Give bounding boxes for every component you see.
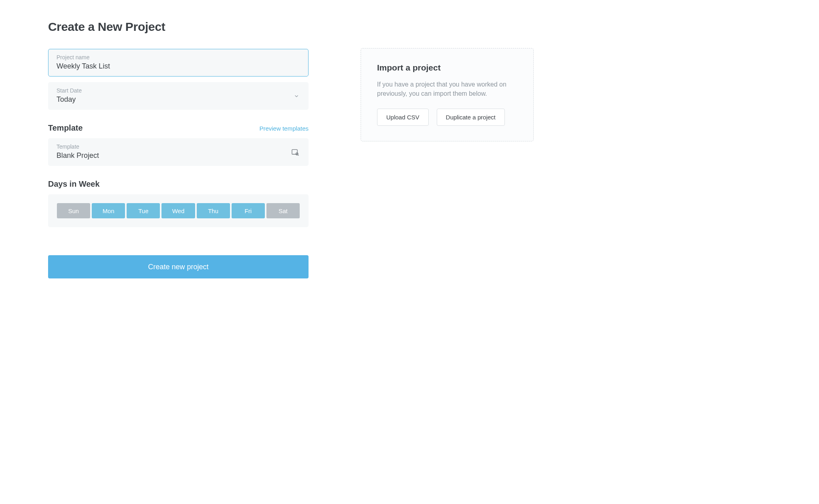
day-toggle-sat[interactable]: Sat (266, 203, 300, 218)
days-selector: SunMonTueWedThuFriSat (48, 194, 309, 227)
svg-point-1 (296, 153, 298, 155)
project-name-field[interactable]: Project name (48, 49, 309, 77)
import-panel-column: Import a project If you have a project t… (361, 48, 534, 278)
days-section-title: Days in Week (48, 179, 100, 189)
template-section-header: Template Preview templates (48, 123, 309, 133)
svg-rect-0 (292, 149, 297, 154)
days-section-header: Days in Week (48, 179, 309, 189)
day-toggle-wed[interactable]: Wed (161, 203, 195, 218)
day-toggle-fri[interactable]: Fri (232, 203, 265, 218)
import-title: Import a project (377, 63, 517, 73)
import-panel: Import a project If you have a project t… (361, 48, 534, 141)
start-date-label: Start Date (56, 87, 300, 94)
project-name-label: Project name (56, 54, 300, 60)
project-name-input[interactable] (56, 62, 300, 71)
chevron-down-icon (294, 93, 299, 99)
svg-line-2 (298, 155, 299, 155)
duplicate-project-button[interactable]: Duplicate a project (437, 109, 505, 126)
day-toggle-mon[interactable]: Mon (92, 203, 125, 218)
import-description: If you have a project that you have work… (377, 80, 517, 98)
preview-templates-link[interactable]: Preview templates (259, 125, 309, 132)
day-toggle-sun[interactable]: Sun (57, 203, 90, 218)
template-value: Blank Project (56, 151, 300, 160)
start-date-value: Today (56, 95, 300, 104)
start-date-field[interactable]: Start Date Today (48, 82, 309, 110)
template-section-title: Template (48, 123, 83, 133)
day-toggle-tue[interactable]: Tue (127, 203, 160, 218)
day-toggle-thu[interactable]: Thu (197, 203, 230, 218)
create-project-button[interactable]: Create new project (48, 255, 309, 278)
template-label: Template (56, 143, 300, 150)
browse-template-icon (291, 148, 299, 156)
create-project-form: Create a New Project Project name Start … (48, 20, 309, 278)
upload-csv-button[interactable]: Upload CSV (377, 109, 429, 126)
page-title: Create a New Project (48, 20, 309, 34)
import-actions: Upload CSV Duplicate a project (377, 109, 517, 126)
template-field[interactable]: Template Blank Project (48, 138, 309, 166)
